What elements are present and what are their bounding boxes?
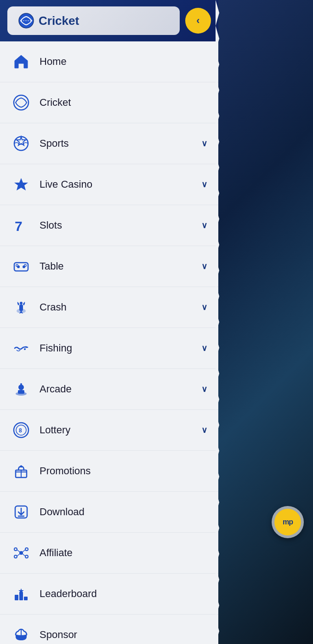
home-icon — [11, 52, 31, 72]
arcade-icon — [11, 379, 31, 399]
crash-chevron-icon: ∨ — [201, 302, 207, 312]
svg-point-31 — [25, 555, 28, 558]
chat-bubble-button[interactable]: mp — [272, 506, 304, 538]
download-icon — [11, 502, 31, 522]
cricket-button-label: Cricket — [39, 14, 79, 28]
sidebar-header: Cricket ‹ — [0, 0, 218, 41]
sidebar-item-label-fishing: Fishing — [40, 342, 201, 354]
sports-icon — [11, 133, 31, 154]
nav-list: Home Cricket Sports — [0, 41, 218, 644]
cricket-header-button[interactable]: Cricket — [7, 6, 180, 35]
svg-text:7: 7 — [15, 218, 23, 234]
svg-point-6 — [17, 265, 20, 268]
svg-point-13 — [24, 348, 26, 350]
sidebar-item-label-promotions: Promotions — [40, 465, 207, 477]
live-casino-chevron-icon: ∨ — [201, 179, 207, 190]
svg-line-35 — [23, 554, 25, 556]
sidebar-item-sports[interactable]: Sports ∨ — [0, 123, 218, 164]
sidebar-item-label-live-casino: Live Casino — [40, 178, 201, 190]
sidebar-item-promotions[interactable]: Promotions — [0, 451, 218, 492]
sidebar-item-fishing[interactable]: Fishing ∨ — [0, 328, 218, 369]
svg-line-34 — [17, 554, 20, 556]
sidebar-item-label-table: Table — [40, 260, 201, 272]
slots-chevron-icon: ∨ — [201, 220, 207, 230]
promotions-icon — [11, 461, 31, 481]
sidebar-item-label-leaderboard: Leaderboard — [40, 588, 207, 600]
chat-bubble-inner: mp — [274, 509, 301, 535]
svg-text:8: 8 — [19, 427, 22, 434]
svg-point-30 — [14, 555, 17, 558]
sidebar-item-table[interactable]: Table ∨ — [0, 246, 218, 287]
leaderboard-icon — [11, 584, 31, 604]
svg-point-12 — [20, 302, 23, 305]
background-right — [218, 0, 313, 644]
fishing-chevron-icon: ∨ — [201, 343, 207, 353]
lottery-chevron-icon: ∨ — [201, 425, 207, 435]
sidebar-panel: Cricket ‹ Home Cricket — [0, 0, 218, 644]
back-button[interactable]: ‹ — [185, 8, 211, 34]
sidebar-item-label-affiliate: Affiliate — [40, 547, 207, 559]
sidebar-item-label-download: Download — [40, 506, 207, 518]
svg-rect-9 — [24, 264, 26, 266]
slots-icon: 7 — [11, 215, 31, 236]
sidebar-item-download[interactable]: Download — [0, 492, 218, 533]
svg-rect-11 — [19, 305, 23, 311]
sports-chevron-icon: ∨ — [201, 138, 207, 149]
sidebar-item-label-arcade: Arcade — [40, 383, 201, 395]
sidebar-item-home[interactable]: Home — [0, 41, 218, 82]
svg-rect-15 — [18, 390, 24, 394]
fishing-icon — [11, 338, 31, 358]
sidebar-item-lottery[interactable]: 8 Lottery ∨ — [0, 410, 218, 451]
cricket-icon — [11, 92, 31, 113]
svg-point-18 — [20, 383, 22, 385]
sidebar-item-label-lottery: Lottery — [40, 424, 201, 436]
svg-point-23 — [20, 466, 23, 468]
svg-rect-5 — [14, 263, 28, 271]
crash-icon — [11, 297, 31, 317]
back-chevron-icon: ‹ — [196, 15, 199, 27]
sidebar-item-label-home: Home — [40, 56, 207, 68]
live-casino-icon — [11, 174, 31, 195]
sidebar-item-arcade[interactable]: Arcade ∨ — [0, 369, 218, 410]
chat-bubble-label: mp — [283, 518, 293, 526]
arcade-chevron-icon: ∨ — [201, 384, 207, 394]
sponsor-icon — [11, 625, 31, 644]
sidebar-item-affiliate[interactable]: Affiliate — [0, 533, 218, 574]
sidebar-item-crash[interactable]: Crash ∨ — [0, 287, 218, 328]
svg-point-7 — [23, 265, 25, 268]
sidebar-item-live-casino[interactable]: Live Casino ∨ — [0, 164, 218, 205]
svg-rect-37 — [19, 592, 23, 600]
sidebar-item-cricket[interactable]: Cricket — [0, 82, 218, 123]
sidebar-item-label-crash: Crash — [40, 301, 201, 313]
svg-line-33 — [23, 550, 25, 552]
table-chevron-icon: ∨ — [201, 261, 207, 271]
lottery-icon: 8 — [11, 420, 31, 440]
table-icon — [11, 256, 31, 276]
sidebar-item-label-cricket: Cricket — [40, 97, 207, 109]
sidebar-item-label-slots: Slots — [40, 219, 201, 231]
svg-rect-8 — [16, 264, 18, 266]
affiliate-icon — [11, 543, 31, 563]
svg-rect-38 — [24, 597, 28, 600]
sidebar-item-sponsor[interactable]: Sponsor — [0, 615, 218, 644]
cricket-ball-icon — [18, 13, 34, 29]
sidebar-item-leaderboard[interactable]: Leaderboard — [0, 574, 218, 615]
sidebar-item-slots[interactable]: 7 Slots ∨ — [0, 205, 218, 246]
svg-point-28 — [14, 548, 17, 551]
svg-rect-36 — [15, 595, 18, 600]
svg-point-29 — [25, 548, 28, 551]
svg-line-32 — [17, 550, 20, 552]
sidebar-item-label-sports: Sports — [40, 138, 201, 150]
sidebar-item-label-sponsor: Sponsor — [40, 629, 207, 641]
